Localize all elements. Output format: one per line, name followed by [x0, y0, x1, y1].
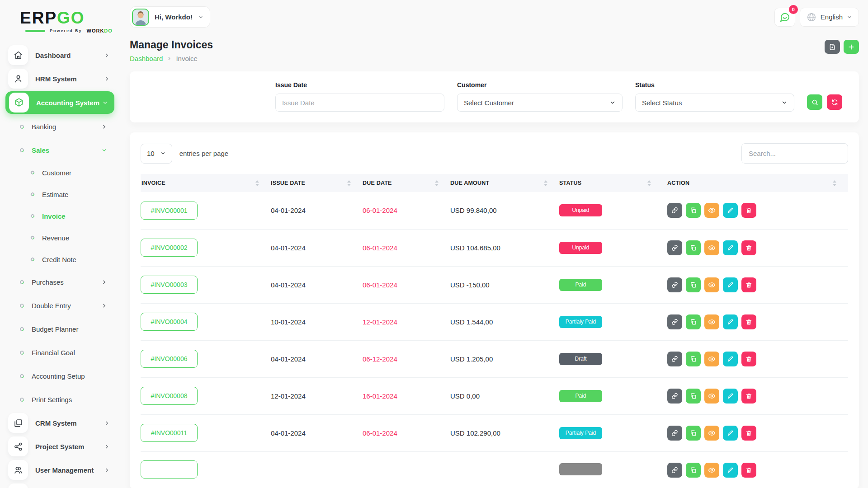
issue-date-field-group: Issue Date	[275, 81, 444, 112]
payment-link-button[interactable]	[667, 463, 682, 478]
view-button[interactable]	[704, 277, 719, 292]
sidebar-item-label: Accounting Setup	[32, 372, 85, 380]
invoice-number-link[interactable]: #INVO00006	[141, 350, 198, 368]
view-button[interactable]	[704, 463, 719, 478]
payment-link-button[interactable]	[667, 277, 682, 292]
powered-prefix: Powered By	[50, 28, 82, 33]
duplicate-button[interactable]	[686, 352, 701, 366]
export-button[interactable]	[825, 40, 840, 54]
edit-button[interactable]	[723, 314, 738, 329]
entries-count-select[interactable]: 10	[141, 144, 172, 164]
table-row: #INVO0000410-01-202412-01-2024USD 1.544,…	[141, 303, 848, 340]
invoice-number-link[interactable]: #INVO00002	[141, 239, 198, 257]
delete-button[interactable]	[741, 240, 756, 255]
issue-date-cell: 04-01-2024	[271, 229, 363, 266]
invoice-number-link[interactable]: #INVO00001	[141, 202, 198, 220]
sidebar-item-invoice[interactable]: Invoice	[0, 205, 120, 227]
sidebar-item-crm-system[interactable]: CRM System	[0, 411, 120, 435]
sidebar-item-print-settings[interactable]: Print Settings	[0, 388, 120, 411]
edit-button[interactable]	[723, 203, 738, 218]
payment-link-button[interactable]	[667, 352, 682, 366]
sidebar-item-project-system[interactable]: Project System	[0, 435, 120, 458]
sidebar-item-user-management[interactable]: User Management	[0, 458, 120, 482]
notifications-button[interactable]: 0	[774, 8, 795, 27]
duplicate-button[interactable]	[686, 463, 701, 478]
payment-link-button[interactable]	[667, 426, 682, 441]
bullet-icon	[30, 235, 35, 240]
sort-icon	[347, 180, 351, 186]
apply-filter-button[interactable]	[807, 94, 822, 110]
sidebar-item-accounting-system[interactable]: Accounting System	[5, 91, 114, 114]
customer-select[interactable]: Select Customer	[457, 94, 623, 112]
column-header-due-amount[interactable]: DUE AMOUNT	[450, 174, 559, 192]
invoice-number-link[interactable]: #INVO00008	[141, 387, 198, 405]
sidebar-item-sales[interactable]: Sales	[0, 138, 120, 162]
delete-button[interactable]	[741, 314, 756, 329]
delete-button[interactable]	[741, 277, 756, 292]
sidebar-item-accounting-setup[interactable]: Accounting Setup	[0, 364, 120, 388]
edit-button[interactable]	[723, 426, 738, 441]
delete-button[interactable]	[741, 426, 756, 441]
column-header-status[interactable]: STATUS	[559, 174, 663, 192]
delete-button[interactable]	[741, 463, 756, 478]
table-search-input[interactable]	[741, 143, 848, 164]
view-button[interactable]	[704, 203, 719, 218]
invoice-number-link[interactable]: #INVO00003	[141, 276, 198, 294]
view-button[interactable]	[704, 352, 719, 366]
edit-button[interactable]	[723, 352, 738, 366]
sidebar-item-revenue[interactable]: Revenue	[0, 227, 120, 249]
sidebar-item-banking[interactable]: Banking	[0, 115, 120, 138]
payment-link-button[interactable]	[667, 314, 682, 329]
sidebar-item-financial-goal[interactable]: Financial Goal	[0, 341, 120, 364]
view-button[interactable]	[704, 426, 719, 441]
duplicate-button[interactable]	[686, 426, 701, 441]
invoice-number-link[interactable]: #INVO00011	[141, 424, 198, 442]
column-header-issue-date[interactable]: ISSUE DATE	[271, 174, 363, 192]
sidebar-item-double-entry[interactable]: Double Entry	[0, 294, 120, 317]
status-select[interactable]: Select Status	[635, 94, 794, 112]
user-menu[interactable]: Hi, Workdo!	[130, 6, 210, 28]
duplicate-button[interactable]	[686, 277, 701, 292]
issue-date-input[interactable]	[275, 94, 444, 112]
invoice-number-link[interactable]: #INVO00004	[141, 313, 198, 331]
delete-button[interactable]	[741, 389, 756, 404]
breadcrumb-dashboard-link[interactable]: Dashboard	[130, 55, 163, 62]
duplicate-button[interactable]	[686, 240, 701, 255]
edit-button[interactable]	[723, 463, 738, 478]
delete-button[interactable]	[741, 203, 756, 218]
language-selector[interactable]: English	[800, 8, 859, 27]
edit-button[interactable]	[723, 389, 738, 404]
filter-card: Issue Date Customer Select Customer Stat…	[130, 71, 859, 122]
view-button[interactable]	[704, 314, 719, 329]
create-invoice-button[interactable]	[844, 40, 859, 54]
table-row	[141, 451, 848, 488]
view-button[interactable]	[704, 389, 719, 404]
sidebar: ERPGO Powered By WORKDO DashboardHRM Sys…	[0, 0, 120, 488]
duplicate-button[interactable]	[686, 389, 701, 404]
sidebar-item-item[interactable]	[0, 482, 120, 488]
sidebar-item-customer[interactable]: Customer	[0, 162, 120, 183]
action-cell	[663, 414, 848, 451]
sidebar-item-purchases[interactable]: Purchases	[0, 270, 120, 294]
payment-link-button[interactable]	[667, 240, 682, 255]
edit-button[interactable]	[723, 277, 738, 292]
reset-filter-button[interactable]	[827, 94, 842, 110]
payment-link-button[interactable]	[667, 389, 682, 404]
column-header-invoice[interactable]: INVOICE	[141, 174, 271, 192]
sidebar-item-estimate[interactable]: Estimate	[0, 183, 120, 205]
duplicate-button[interactable]	[686, 314, 701, 329]
column-header-action[interactable]: ACTION	[663, 174, 848, 192]
delete-button[interactable]	[741, 352, 756, 366]
duplicate-button[interactable]	[686, 203, 701, 218]
view-button[interactable]	[704, 240, 719, 255]
sidebar-item-dashboard[interactable]: Dashboard	[0, 43, 120, 67]
column-header-due-date[interactable]: DUE DATE	[363, 174, 450, 192]
row-actions	[663, 314, 848, 329]
sidebar-item-hrm-system[interactable]: HRM System	[0, 67, 120, 90]
sidebar-item-credit-note[interactable]: Credit Note	[0, 249, 120, 270]
payment-link-button[interactable]	[667, 203, 682, 218]
invoice-number-link[interactable]	[141, 460, 198, 479]
issue-date-cell	[271, 451, 363, 488]
edit-button[interactable]	[723, 240, 738, 255]
sidebar-item-budget-planner[interactable]: Budget Planner	[0, 317, 120, 341]
